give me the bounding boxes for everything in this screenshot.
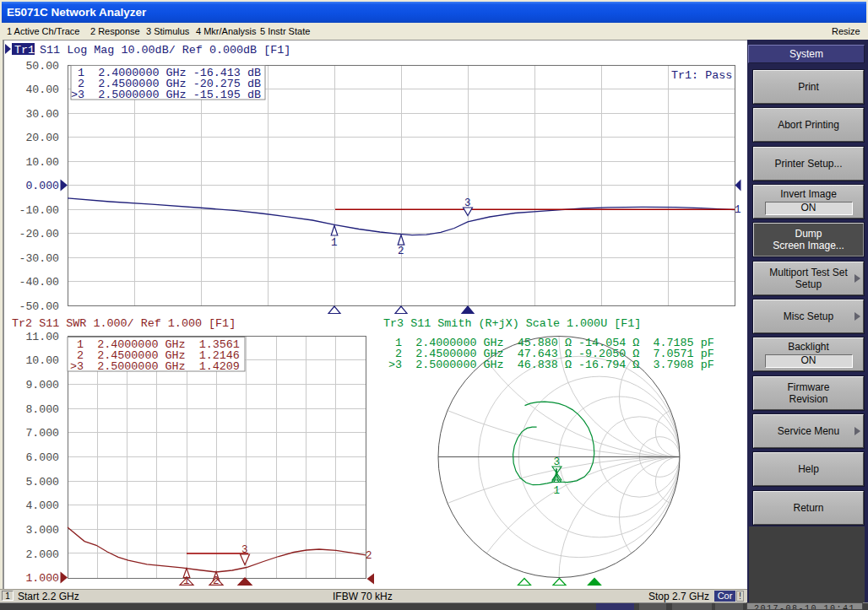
svg-text:1: 1 [183, 575, 190, 587]
svg-text:-20.00: -20.00 [19, 228, 60, 240]
svg-text:30.00: 30.00 [25, 108, 59, 121]
svg-text:3: 3 [554, 456, 561, 468]
svg-text:2: 2 [398, 246, 404, 257]
svg-text:4.000: 4.000 [25, 499, 59, 512]
svg-text:2: 2 [213, 575, 220, 587]
svg-text:>3 2.5000000 GHz 1.4209: >3 2.5000000 GHz 1.4209 [70, 360, 240, 373]
svg-text:1: 1 [735, 204, 741, 216]
svg-text:11.00: 11.00 [25, 331, 59, 343]
svg-text:8.000: 8.000 [25, 403, 59, 416]
svg-text:>3 2.5000000 GHz -15.195 dB: >3 2.5000000 GHz -15.195 dB [71, 89, 261, 101]
svg-text:50.00: 50.00 [25, 60, 59, 73]
svg-text:2: 2 [366, 550, 372, 562]
svg-text:40.00: 40.00 [25, 84, 59, 96]
svg-text:-50.00: -50.00 [19, 300, 60, 313]
svg-text:-30.00: -30.00 [19, 252, 60, 265]
svg-text:3.000: 3.000 [25, 524, 59, 537]
svg-text:0.000: 0.000 [25, 180, 59, 192]
svg-text:Tr1: Tr1 [14, 44, 35, 57]
svg-text:Tr1: Pass: Tr1: Pass [671, 69, 732, 82]
svg-text:Tr2 S11 SWR 1.000/ Ref 1.000 [: Tr2 S11 SWR 1.000/ Ref 1.000 [F1] [12, 317, 236, 330]
svg-text:3: 3 [241, 544, 248, 556]
svg-text:Tr3 S11 Smith (R+jX) Scale 1.0: Tr3 S11 Smith (R+jX) Scale 1.000U [F1] [383, 317, 641, 330]
svg-text:10.00: 10.00 [25, 354, 59, 367]
svg-text:5.000: 5.000 [25, 476, 59, 489]
svg-text:-40.00: -40.00 [19, 276, 60, 289]
svg-text:1: 1 [554, 485, 561, 497]
svg-text:1: 1 [331, 237, 338, 249]
svg-text:7.000: 7.000 [25, 427, 59, 440]
svg-text:1.000: 1.000 [25, 572, 59, 585]
svg-text:10.00: 10.00 [25, 156, 59, 169]
svg-text:6.000: 6.000 [25, 451, 59, 464]
svg-text:20.00: 20.00 [25, 132, 59, 144]
svg-text:3: 3 [464, 197, 471, 209]
svg-text:>3 2.5000000 GHz 46.838 Ω -1: >3 2.5000000 GHz 46.838 Ω -16.794 Ω 3.79… [388, 359, 714, 371]
svg-text:9.000: 9.000 [25, 379, 59, 391]
svg-text:2.000: 2.000 [25, 548, 59, 561]
svg-text:S11 Log Mag 10.00dB/ Ref 0.000: S11 Log Mag 10.00dB/ Ref 0.000dB [F1] [40, 44, 290, 57]
svg-text:-10.00: -10.00 [19, 204, 60, 217]
